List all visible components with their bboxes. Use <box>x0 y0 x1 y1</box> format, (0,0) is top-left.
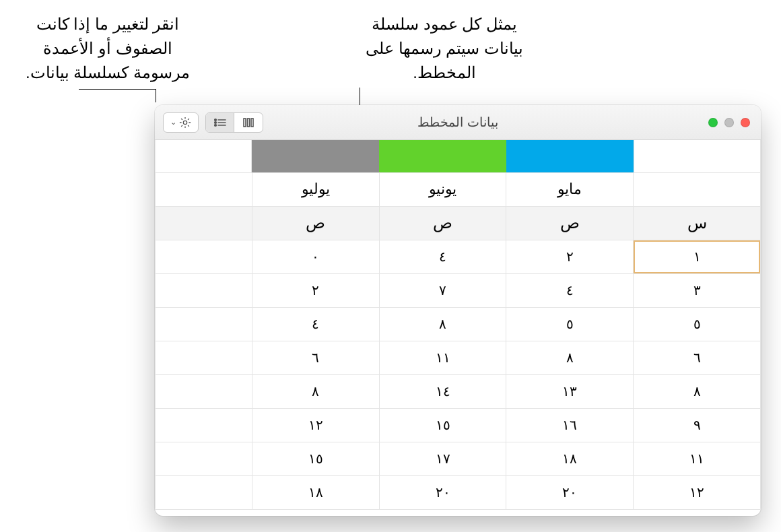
cell-x[interactable]: ٦ <box>634 341 761 374</box>
toolbar: ⌄ <box>163 105 263 139</box>
leader-line <box>79 89 156 90</box>
cell[interactable]: ١٢ <box>252 408 379 442</box>
axis-label-y: ص <box>379 206 506 240</box>
cell-empty[interactable] <box>156 307 252 341</box>
cell[interactable]: ١٥ <box>252 442 379 475</box>
axis-label-y: ص <box>506 206 634 240</box>
cell-empty[interactable] <box>156 240 252 273</box>
cell[interactable]: ١٨ <box>252 475 379 509</box>
plot-rows-button[interactable] <box>206 113 234 132</box>
cell[interactable]: ٨ <box>506 341 634 374</box>
series-swatch-may[interactable] <box>506 140 634 172</box>
series-header-row: مايو يونيو يوليو <box>156 172 761 206</box>
cell[interactable]: ٨ <box>379 307 506 341</box>
cell-empty[interactable] <box>156 374 252 408</box>
minimize-button[interactable] <box>724 118 734 127</box>
cell[interactable]: ١١ <box>379 341 506 374</box>
svg-rect-2 <box>251 119 253 127</box>
table-row: ٦ ٨ ١١ ٦ <box>156 341 761 374</box>
cell-empty[interactable] <box>156 341 252 374</box>
cell[interactable]: ١٧ <box>379 442 506 475</box>
cell[interactable]: ١٦ <box>506 408 634 442</box>
table-row: ٩ ١٦ ١٥ ١٢ <box>156 408 761 442</box>
settings-menu-button[interactable]: ⌄ <box>163 112 199 133</box>
cell-x[interactable]: ٣ <box>634 273 761 307</box>
cell-empty[interactable] <box>156 273 252 307</box>
callout-row-column-toggle: انقر لتغيير ما إذا كانت الصفوف أو الأعمد… <box>20 12 195 85</box>
leader-line <box>156 89 156 102</box>
chart-data-editor-window: بيانات المخطط ⌄ <box>155 105 761 516</box>
cell[interactable]: ٢٠ <box>506 475 634 509</box>
series-color-row <box>156 140 761 172</box>
cell-x[interactable]: ٨ <box>634 374 761 408</box>
series-header-may[interactable]: مايو <box>506 172 634 206</box>
cell[interactable]: ١٨ <box>506 442 634 475</box>
window-title: بيانات المخطط <box>417 114 498 130</box>
cell-x[interactable]: ١٢ <box>634 475 761 509</box>
svg-point-7 <box>214 124 216 126</box>
svg-point-3 <box>214 119 216 121</box>
columns-icon <box>242 117 255 128</box>
cell-x[interactable]: ٩ <box>634 408 761 442</box>
swatch-empty <box>634 140 761 172</box>
cell[interactable]: ٠ <box>252 240 379 273</box>
series-orientation-segmented <box>205 112 263 133</box>
cell[interactable]: ٢ <box>252 273 379 307</box>
cell[interactable]: ٤ <box>252 307 379 341</box>
rows-icon <box>213 117 228 128</box>
cell[interactable]: ٢ <box>506 240 634 273</box>
window-controls <box>708 105 750 139</box>
titlebar: بيانات المخطط ⌄ <box>155 105 761 140</box>
table-row: ٣ ٤ ٧ ٢ <box>156 273 761 307</box>
svg-point-9 <box>183 121 186 124</box>
close-button[interactable] <box>741 118 750 127</box>
series-header-june[interactable]: يونيو <box>379 172 506 206</box>
chevron-down-icon: ⌄ <box>170 118 176 127</box>
svg-rect-1 <box>248 119 250 127</box>
table-row: ١ ٢ ٤ ٠ <box>156 240 761 273</box>
cell[interactable]: ٨ <box>252 374 379 408</box>
axis-label-row: س ص ص ص <box>156 206 761 240</box>
cell[interactable]: ١٣ <box>506 374 634 408</box>
axis-label-y: ص <box>252 206 379 240</box>
cell[interactable]: ٦ <box>252 341 379 374</box>
cell-x[interactable]: ١١ <box>634 442 761 475</box>
svg-point-5 <box>214 121 216 123</box>
cell[interactable]: ١٥ <box>379 408 506 442</box>
plot-columns-button[interactable] <box>234 113 263 132</box>
cell[interactable]: ٤ <box>379 240 506 273</box>
cell-empty[interactable] <box>156 408 252 442</box>
cell-empty[interactable] <box>156 475 252 509</box>
cell-x[interactable]: ٥ <box>634 307 761 341</box>
cell[interactable]: ٧ <box>379 273 506 307</box>
callout-series-column: يمثل كل عمود سلسلة بيانات سيتم رسمها على… <box>357 12 532 85</box>
cell-x[interactable]: ١ <box>634 240 761 273</box>
gear-icon <box>179 117 191 129</box>
svg-rect-0 <box>244 119 246 127</box>
cell[interactable]: ١٤ <box>379 374 506 408</box>
cell-empty[interactable] <box>156 442 252 475</box>
series-header-july[interactable]: يوليو <box>252 172 379 206</box>
axis-label-x: س <box>634 206 761 240</box>
maximize-button[interactable] <box>708 118 718 127</box>
series-swatch-june[interactable] <box>379 140 506 172</box>
table-row: ١١ ١٨ ١٧ ١٥ <box>156 442 761 475</box>
table-row: ١٢ ٢٠ ٢٠ ١٨ <box>156 475 761 509</box>
header-cell-empty <box>156 172 252 206</box>
series-swatch-july[interactable] <box>252 140 379 172</box>
data-table: مايو يونيو يوليو س ص ص ص ١ ٢ ٤ ٠ ٣ ٤ ٧ ٢ <box>155 140 761 510</box>
table-row: ٥ ٥ ٨ ٤ <box>156 307 761 341</box>
axis-cell-empty <box>156 206 252 240</box>
cell[interactable]: ٥ <box>506 307 634 341</box>
cell[interactable]: ٤ <box>506 273 634 307</box>
table-row: ٨ ١٣ ١٤ ٨ <box>156 374 761 408</box>
swatch-empty <box>156 140 252 172</box>
header-cell-empty <box>634 172 761 206</box>
cell[interactable]: ٢٠ <box>379 475 506 509</box>
